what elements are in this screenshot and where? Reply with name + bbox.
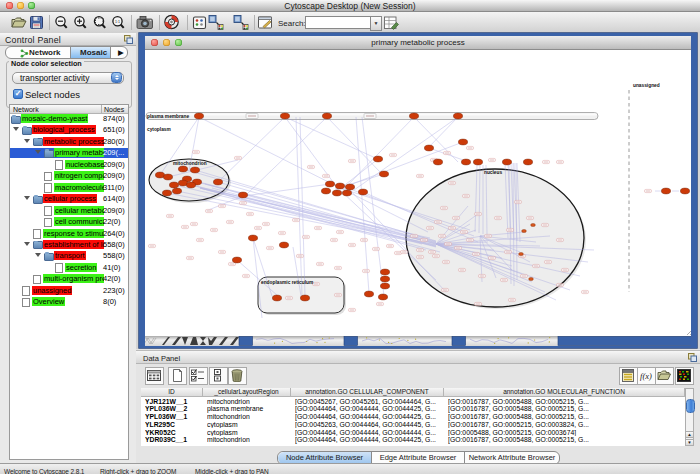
svg-text:nucleus: nucleus [484,170,502,175]
svg-text:1:1: 1:1 [115,20,120,24]
svg-text:endoplasmic reticulum: endoplasmic reticulum [261,280,313,285]
svg-text:plasma membrane: plasma membrane [147,114,189,119]
svg-text:f(x): f(x) [640,371,652,381]
svg-text:cytoplasm: cytoplasm [147,127,171,132]
svg-text:mitochondrion: mitochondrion [173,161,207,166]
svg-text:unassigned: unassigned [633,83,660,88]
